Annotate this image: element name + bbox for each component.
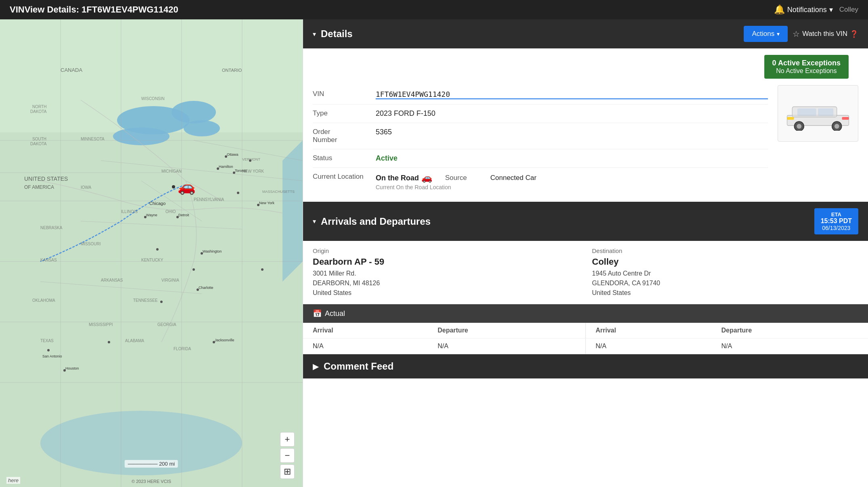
svg-point-66 [249, 159, 251, 162]
details-header: ▾ Details Actions ▾ ☆ Watch this VIN ❓ [303, 19, 868, 48]
bell-icon: 🔔 [774, 4, 785, 15]
svg-text:WISCONSIN: WISCONSIN [141, 96, 165, 101]
details-collapse-icon[interactable]: ▾ [313, 30, 316, 38]
dest-arrival-value: N/A [586, 339, 712, 354]
layers-button[interactable]: ⊞ [280, 464, 295, 479]
destination-address: 1945 Auto Centre Dr GLENDORA, CA 91740 U… [592, 269, 858, 298]
app-header: VINView Details: 1FT6W1EV4PWG11420 🔔 Not… [0, 0, 868, 19]
status-row: Status Active [313, 149, 768, 168]
actions-button[interactable]: Actions ▾ [744, 26, 788, 42]
notifications-button[interactable]: 🔔 Notifications ▾ [774, 4, 833, 15]
header-right: 🔔 Notifications ▾ Colley [774, 4, 858, 15]
current-location-row: Current Location On the Road 🚗 Source Co… [313, 168, 768, 195]
svg-rect-88 [818, 108, 833, 116]
vin-label: VIN [313, 90, 369, 98]
svg-text:Toronto: Toronto [235, 169, 247, 173]
car-location-marker[interactable]: 🚗 [178, 178, 196, 195]
svg-text:Charlotte: Charlotte [199, 286, 213, 290]
current-location-label: Current Location [313, 173, 369, 181]
svg-text:NEBRASKA: NEBRASKA [40, 226, 63, 230]
svg-text:SOUTH: SOUTH [32, 137, 46, 141]
svg-text:ALABAMA: ALABAMA [125, 339, 144, 343]
svg-text:KENTUCKY: KENTUCKY [141, 258, 163, 262]
type-label: Type [313, 109, 369, 117]
right-panel: ▾ Details Actions ▾ ☆ Watch this VIN ❓ 0… [303, 19, 868, 487]
details-fields: VIN 1FT6W1EV4PWG11420 Type 2023 FORD F-1… [313, 85, 768, 195]
svg-point-90 [797, 124, 801, 129]
details-body: VIN 1FT6W1EV4PWG11420 Type 2023 FORD F-1… [303, 79, 868, 202]
svg-point-73 [108, 341, 110, 343]
svg-point-3 [172, 101, 216, 123]
svg-text:ILLINOIS: ILLINOIS [121, 209, 138, 214]
svg-text:VIRGINIA: VIRGINIA [161, 278, 179, 282]
svg-text:TEXAS: TEXAS [40, 339, 54, 343]
locations-row: Origin Dearborn AP - 59 3001 Miller Rd. … [313, 247, 858, 298]
comment-header[interactable]: ▶ Comment Feed [303, 354, 868, 378]
location-source-row: On the Road 🚗 Source Connected Car [376, 173, 536, 183]
svg-text:OKLAHOMA: OKLAHOMA [32, 298, 55, 303]
watch-vin-button[interactable]: ☆ Watch this VIN ❓ [793, 29, 858, 39]
svg-point-75 [192, 268, 195, 271]
svg-text:NORTH: NORTH [32, 105, 46, 109]
actual-table: Arrival Departure Arrival Departure N/A … [303, 323, 868, 354]
svg-rect-87 [797, 108, 816, 116]
car-road-icon: 🚗 [421, 173, 432, 183]
eta-badge: ETA 15:53 PDT 06/13/2023 [814, 208, 858, 234]
origin-departure-value: N/A [428, 339, 586, 354]
destination-name: Colley [592, 257, 858, 267]
car-thumbnail [778, 85, 858, 142]
origin-address: 3001 Miller Rd. DEARBORN, MI 48126 Unite… [313, 269, 579, 298]
comment-expand-icon[interactable]: ▶ [313, 362, 319, 371]
dest-arrival-header: Arrival [586, 323, 712, 339]
svg-point-54 [172, 185, 175, 188]
svg-text:MINNESOTA: MINNESOTA [81, 137, 105, 141]
svg-text:CANADA: CANADA [61, 67, 83, 73]
svg-text:New York: New York [259, 201, 275, 205]
on-road-badge: On the Road 🚗 [376, 173, 432, 183]
svg-text:Chicago: Chicago [149, 201, 165, 206]
exceptions-badge[interactable]: 0 Active Exceptions No Active Exceptions [764, 55, 849, 79]
source-value: Connected Car [490, 174, 536, 182]
map-copyright: © 2023 HERE VCIS [132, 479, 171, 484]
comment-section: ▶ Comment Feed [303, 354, 868, 378]
type-row: Type 2023 FORD F-150 [313, 105, 768, 123]
destination-block: Destination Colley 1945 Auto Centre Dr G… [592, 247, 858, 298]
arrivals-collapse-icon[interactable]: ▾ [313, 217, 316, 225]
svg-point-92 [835, 124, 839, 129]
eta-time: 15:53 PDT [821, 217, 852, 225]
chevron-down-icon: ▾ [829, 5, 833, 14]
here-logo: here [6, 477, 20, 484]
order-number-label: OrderNumber [313, 128, 369, 144]
exceptions-status: No Active Exceptions [772, 67, 841, 75]
actions-dropdown-arrow: ▾ [777, 31, 780, 37]
origin-arrival-value: N/A [303, 339, 428, 354]
eta-date: 06/13/2023 [821, 225, 852, 231]
zoom-in-button[interactable]: + [280, 432, 295, 447]
origin-type-label: Origin [313, 247, 579, 254]
svg-text:DAKOTA: DAKOTA [30, 109, 47, 114]
details-title: Details [321, 28, 739, 40]
actual-section: 📅 Actual Arrival Departure Arrival Depar… [303, 304, 868, 354]
actual-header: 📅 Actual [303, 304, 868, 323]
svg-text:MASSACHUSETTS: MASSACHUSETTS [262, 190, 295, 194]
svg-text:GEORGIA: GEORGIA [157, 322, 176, 327]
svg-point-78 [261, 268, 264, 271]
details-section: ▾ Details Actions ▾ ☆ Watch this VIN ❓ 0… [303, 19, 868, 202]
svg-text:DAKOTA: DAKOTA [30, 142, 47, 146]
svg-text:San Antonio: San Antonio [42, 354, 62, 358]
status-value: Active [376, 154, 768, 163]
svg-point-81 [47, 349, 50, 351]
status-label: Status [313, 154, 369, 162]
calendar-icon: 📅 [313, 309, 322, 318]
svg-text:IOWA: IOWA [81, 185, 92, 190]
eta-label: ETA [821, 211, 852, 217]
source-label: Source [445, 174, 477, 182]
car-image [784, 96, 852, 131]
svg-point-4 [113, 127, 169, 145]
svg-point-70 [156, 248, 159, 251]
map-svg: UNITED STATES OF AMERICA CANADA ONTARIO … [0, 19, 303, 487]
zoom-out-button[interactable]: − [280, 448, 295, 463]
arrivals-header: ▾ Arrivals and Departures ETA 15:53 PDT … [303, 202, 868, 241]
svg-text:Hamilton: Hamilton [219, 165, 233, 169]
notifications-label: Notifications [787, 6, 827, 14]
